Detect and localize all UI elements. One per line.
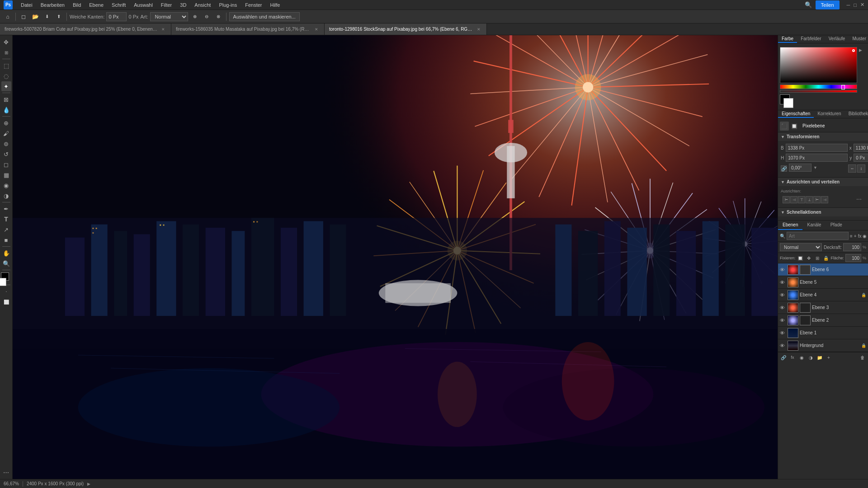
blur-tool[interactable]: ◉	[1, 180, 11, 190]
menu-ebene[interactable]: Ebene	[85, 1, 107, 9]
menu-hilfe[interactable]: Hilfe	[266, 1, 283, 9]
height-input[interactable]	[786, 154, 848, 162]
layer-ebene4[interactable]: 👁 Ebene 4 🔒	[778, 289, 868, 301]
layer-ebene3[interactable]: 👁 Ebene 3	[778, 301, 868, 314]
save-icon[interactable]: ⬇	[42, 12, 52, 22]
hue-slider[interactable]	[780, 84, 857, 89]
shape-tool[interactable]: ■	[1, 235, 11, 245]
tab-bibliotheken[interactable]: Bibliotheken	[845, 110, 868, 118]
marquee-tool[interactable]: ⬚	[1, 61, 11, 70]
layer-ebene2[interactable]: 👁 Ebene 2	[778, 314, 868, 327]
gradient-tool[interactable]: ▦	[1, 170, 11, 180]
align-center-v-icon[interactable]: ⊢	[813, 196, 821, 203]
layer-fx-icon[interactable]: fx	[789, 354, 796, 361]
clone-stamp-tool[interactable]: ⊚	[1, 139, 11, 149]
add-adjustment-icon[interactable]: ◑	[807, 354, 814, 361]
layer-ebene6[interactable]: 👁 Ebene 6	[778, 263, 868, 276]
tab-close-1[interactable]: ✕	[160, 27, 166, 32]
align-right-icon[interactable]: ⊤	[798, 196, 805, 203]
eyedropper-tool[interactable]: 💧	[1, 105, 11, 115]
background-color[interactable]	[0, 278, 6, 286]
new-layer-icon[interactable]: +	[854, 232, 857, 240]
align-left-icon[interactable]: ⊢	[783, 196, 790, 203]
layer-ebene5[interactable]: 👁 Ebene 5	[778, 276, 868, 289]
zoom-tool[interactable]: 🔍	[1, 258, 11, 268]
color-spectrum-2d[interactable]	[780, 47, 857, 83]
lasso-tool[interactable]: ◌	[1, 71, 11, 81]
pixel-layer-icon[interactable]: ⬛	[780, 122, 789, 131]
export-icon[interactable]: ⬆	[54, 12, 64, 22]
lock-pixels-icon[interactable]: 🔲	[797, 254, 804, 262]
magic-wand-tool[interactable]: ✦	[1, 81, 11, 91]
align-header[interactable]: ▼ Ausrichten und verteilen	[778, 178, 868, 186]
new-group-icon[interactable]: 📁	[816, 354, 823, 361]
flip-h-icon[interactable]: ↔	[848, 164, 856, 173]
share-button[interactable]: Teilen	[816, 0, 840, 9]
pen-tool[interactable]: ✒	[1, 204, 11, 214]
layer-vis-bg[interactable]: 👁	[780, 343, 786, 348]
move-tool[interactable]: ✥	[1, 37, 11, 47]
extra-tools-icon[interactable]: ⋯	[1, 467, 11, 477]
brush-tool[interactable]: 🖌	[1, 128, 11, 138]
artboard-tool[interactable]: ⊞	[1, 47, 11, 57]
layers-tab-pfade[interactable]: Pfade	[826, 221, 847, 230]
status-arrow-icon[interactable]: ▶	[87, 482, 90, 486]
window-restore-icon[interactable]: □	[854, 2, 857, 8]
layer-hintergrund[interactable]: 👁 Hintergrund 🔒	[778, 339, 868, 352]
transform-header[interactable]: ▼ Transformieren	[778, 132, 868, 141]
opacity-input[interactable]	[843, 243, 861, 251]
add-mask-icon[interactable]: ◉	[798, 354, 805, 361]
fill-input[interactable]	[845, 254, 861, 262]
more-tools-icon[interactable]: ⋯	[1, 467, 11, 477]
canvas-area[interactable]	[13, 35, 778, 479]
quick-actions-header[interactable]: ▼ Schnellaktionen	[778, 208, 868, 216]
menu-datei[interactable]: Datei	[17, 1, 36, 9]
align-top-icon[interactable]: ⊥	[806, 196, 813, 203]
blend-mode-select[interactable]: Normal	[780, 243, 822, 251]
menu-3d[interactable]: 3D	[176, 1, 190, 9]
align-more-icon[interactable]: ⋯	[854, 196, 863, 203]
search-icon[interactable]: 🔍	[805, 1, 812, 8]
window-close-icon[interactable]: ✕	[860, 2, 864, 8]
delete-layer-icon[interactable]: 🗑	[859, 354, 866, 361]
menu-fenster[interactable]: Fenster	[241, 1, 265, 9]
layer-vis-1[interactable]: 👁	[780, 330, 786, 336]
layer-link-icon[interactable]: 🔗	[780, 354, 787, 361]
menu-ansicht[interactable]: Ansicht	[191, 1, 214, 9]
menu-filter[interactable]: Filter	[157, 1, 175, 9]
width-input[interactable]	[786, 144, 848, 152]
layer-style-icon[interactable]: fx	[858, 232, 862, 240]
lock-all-icon[interactable]: 🔒	[822, 254, 830, 262]
lock-position-icon[interactable]: ✥	[805, 254, 812, 262]
window-minimize-icon[interactable]: ─	[847, 2, 850, 8]
menu-schrift[interactable]: Schrift	[108, 1, 129, 9]
lock-artboard-icon[interactable]: ⊞	[814, 254, 821, 262]
tab-close-2[interactable]: ✕	[313, 27, 320, 32]
layer-vis-4[interactable]: 👁	[780, 292, 786, 298]
tab-verlaeufe[interactable]: Verläufe	[825, 35, 849, 43]
menu-bearbeiten[interactable]: Bearbeiten	[37, 1, 68, 9]
tab-close-3[interactable]: ✕	[476, 27, 482, 32]
layer-vis-3[interactable]: 👁	[780, 305, 786, 310]
open-doc-icon[interactable]: 📂	[30, 12, 40, 22]
x-input[interactable]	[854, 144, 868, 152]
align-center-h-icon[interactable]: ⊣	[790, 196, 797, 203]
layer-vis-5[interactable]: 👁	[780, 280, 786, 285]
opacity-slider[interactable]	[780, 90, 857, 93]
eraser-tool[interactable]: ◻	[1, 160, 11, 169]
layer-vis-2[interactable]: 👁	[780, 318, 786, 323]
layers-search-input[interactable]	[787, 232, 849, 240]
selection-add-icon[interactable]: ⊕	[190, 12, 200, 22]
tab-farbe[interactable]: Farbe	[778, 35, 797, 43]
adjustment-layer-icon[interactable]: 🔲	[790, 122, 799, 131]
new-layer-bottom-icon[interactable]: +	[825, 354, 832, 361]
color-expand-icon[interactable]: ▶	[859, 48, 866, 52]
menu-auswahl[interactable]: Auswahl	[130, 1, 156, 9]
layer-mask-icon[interactable]: ◉	[863, 232, 867, 240]
tab-fireworks1[interactable]: fireworks-5007820 Briam Cute auf Pixabay…	[0, 23, 171, 35]
angle-input[interactable]	[789, 164, 811, 172]
select-mask-button[interactable]: Auswählen und maskieren...	[229, 12, 300, 21]
layer-vis-6[interactable]: 👁	[780, 267, 786, 272]
flip-v-icon[interactable]: ↕	[857, 164, 865, 173]
home-icon[interactable]: ⌂	[3, 12, 13, 22]
